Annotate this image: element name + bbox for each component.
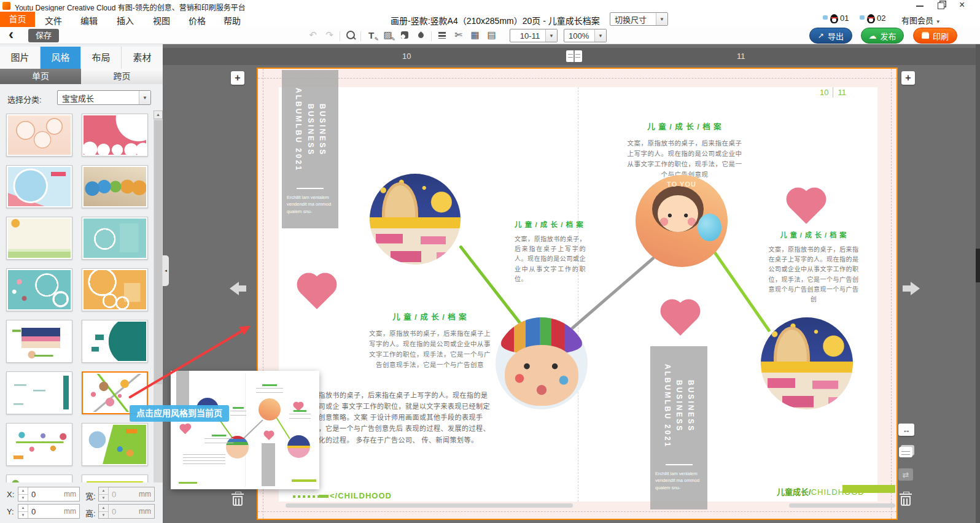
template-thumbnail-2[interactable] <box>82 114 148 157</box>
tab-style[interactable]: 风格 <box>41 47 81 69</box>
menu-item-edit[interactable]: 编辑 <box>80 14 98 26</box>
template-thumbnail-5[interactable] <box>6 217 72 260</box>
template-thumbnail-11[interactable] <box>6 371 72 414</box>
y-label: Y: <box>7 507 14 516</box>
add-page-left-button[interactable]: + <box>231 71 244 85</box>
menu-item-home[interactable]: 首页 <box>0 12 35 27</box>
text-block-right-top[interactable]: 儿 童 / 成 长 / 档 案 文案，原指放书的桌子，后来指在桌子上写字的人。现… <box>626 120 743 180</box>
back-button[interactable]: ‹ <box>9 26 14 43</box>
scroll-up-button[interactable]: ▲ <box>154 110 163 119</box>
restore-button[interactable] <box>938 2 944 9</box>
undo-icon[interactable]: ↶ <box>305 28 321 42</box>
crop-tool-icon[interactable]: ✄ <box>450 28 467 42</box>
chat-bubble-icon <box>860 15 865 20</box>
x-stepper[interactable]: ▲▼ <box>18 487 28 501</box>
business-album-banner-left[interactable]: BUSINESS BUSINESS ALBUMLBU 2021 Erchilit… <box>282 70 338 228</box>
shape-tool-icon[interactable] <box>396 28 413 42</box>
next-spread-arrow[interactable] <box>903 281 922 296</box>
previous-spread-arrow[interactable] <box>230 281 249 296</box>
height-input[interactable]: ▲▼ 0 mm <box>98 504 155 519</box>
thumbnail-scrollbar[interactable]: ▲ <box>154 110 163 523</box>
subtab-spread[interactable]: 跨页 <box>81 69 163 84</box>
preview-text-lines <box>204 435 233 446</box>
minimize-button[interactable] <box>916 6 924 7</box>
qq2-label: 02 <box>877 14 885 23</box>
tab-layout[interactable]: 布局 <box>81 47 122 69</box>
export-button[interactable]: ↗ 导出 <box>809 28 852 44</box>
zoom-search-icon[interactable] <box>342 28 359 42</box>
save-button[interactable]: 保存 <box>28 29 59 42</box>
category-label: 选择分类: <box>7 93 42 105</box>
banner-caption: Erchilit lam venialem vendendit ma ommod… <box>650 470 707 491</box>
business-album-banner-right[interactable]: BUSINESS BUSINESS ALBUMLBU 2021 Erchilit… <box>650 346 707 509</box>
template-thumbnail-7[interactable] <box>6 268 72 311</box>
template-thumbnail-6[interactable] <box>82 217 148 260</box>
template-thumbnail-4[interactable] <box>82 165 148 208</box>
banner-vertical-text: BUSINESS BUSINESS ALBUMLBU 2021 <box>661 355 697 458</box>
add-page-right-button[interactable]: + <box>901 71 915 85</box>
text-tool-icon[interactable]: T✎ <box>363 28 379 42</box>
workspace-vertical-scrollbar[interactable] <box>976 44 980 523</box>
style-panel: 图片 风格 布局 素材 单页 跨页 选择分类: 宝宝成长 ▼ ▲ X: ▲▼ 0… <box>0 44 163 523</box>
template-thumbnail-9[interactable] <box>6 320 72 363</box>
boy-face-paint-photo[interactable] <box>496 317 588 409</box>
swap-page-button[interactable]: ⇄ <box>898 468 913 481</box>
height-stepper[interactable]: ▲▼ <box>99 505 109 518</box>
resize-page-button[interactable]: ↔ <box>898 424 914 436</box>
template-thumbnail-10[interactable] <box>82 320 148 363</box>
close-button[interactable]: × <box>959 0 965 10</box>
image-tool-icon[interactable]: ▨✎ <box>379 28 396 42</box>
spread-view-icon[interactable] <box>566 50 582 62</box>
publish-button[interactable]: ☁ 发布 <box>861 28 904 44</box>
menu-item-insert[interactable]: 插入 <box>117 14 134 26</box>
template-thumbnail-13[interactable] <box>6 423 72 466</box>
copy-page-button[interactable] <box>899 447 912 457</box>
width-stepper[interactable]: ▲▼ <box>99 487 109 501</box>
scrollbar-thumb[interactable] <box>154 120 162 384</box>
member-dropdown[interactable]: 有图会员 ▼ <box>901 14 941 26</box>
horizontal-scrollbar-right[interactable] <box>789 503 895 508</box>
redo-icon[interactable]: ↷ <box>321 28 338 42</box>
menu-item-view[interactable]: 视图 <box>153 14 170 26</box>
y-stepper[interactable]: ▲▼ <box>18 505 28 518</box>
template-thumbnail-1[interactable] <box>6 114 72 157</box>
girl-illustration-photo[interactable]: TO YOU <box>636 175 728 267</box>
panel-collapse-handle[interactable]: ◂ <box>163 255 169 286</box>
tab-pictures[interactable]: 图片 <box>0 47 41 69</box>
qq-contact-2[interactable]: 02 <box>860 14 885 23</box>
menu-item-help[interactable]: 帮助 <box>224 14 241 26</box>
category-dropdown[interactable]: 宝宝成长 ▼ <box>57 90 151 105</box>
design-canvas[interactable]: BUSINESS BUSINESS ALBUMLBU 2021 Erchilit… <box>257 68 898 520</box>
qq-contact-1[interactable]: 01 <box>823 14 849 23</box>
text-block-right-side[interactable]: 儿 童 / 成 长 / 档 案 文案，原指放书的桌子，后来指在桌子上写字的人。现… <box>766 230 861 304</box>
text-block-left-bottom[interactable]: 原指放书的桌子，后来指在桌子上写字的人。现在指的是公司或企 事文字工作的职位，就… <box>311 390 493 446</box>
ink-pen-tool-icon[interactable] <box>413 28 429 42</box>
template-thumbnail-3[interactable] <box>6 165 72 208</box>
grid-view-icon[interactable]: ▦ <box>467 28 483 42</box>
classroom-photo-right[interactable] <box>761 317 853 409</box>
align-tool-icon[interactable] <box>434 28 450 42</box>
scrollbar-thumb[interactable] <box>976 249 980 282</box>
text-block-left-2[interactable]: 儿 童 / 成 长 / 档 案 文案，原指放书的桌子，后来指在桌子上写字的人。现… <box>367 311 492 370</box>
menu-item-price[interactable]: 价格 <box>189 14 206 26</box>
zoom-level-dropdown[interactable]: 100% ▼ <box>564 29 607 42</box>
style-preview-popup <box>171 371 319 489</box>
delete-page-right-button[interactable] <box>899 492 912 506</box>
footer-left-bar <box>319 495 329 498</box>
page-select-dropdown[interactable]: 10-11 ▼ <box>510 29 558 42</box>
print-button[interactable]: 印刷 <box>913 28 957 44</box>
size-switch-dropdown[interactable]: 切换尺寸 ▼ <box>610 12 668 26</box>
y-input[interactable]: ▲▼ 0 mm <box>18 504 80 519</box>
menu-item-file[interactable]: 文件 <box>45 14 62 26</box>
classroom-photo-left[interactable] <box>370 174 461 265</box>
width-input[interactable]: ▲▼ 0 mm <box>98 487 155 502</box>
horizontal-scrollbar-left[interactable] <box>286 503 573 508</box>
template-thumbnail-8[interactable] <box>82 268 148 311</box>
delete-page-left-button[interactable] <box>231 492 244 506</box>
text-block-left-1[interactable]: 儿 童 / 成 长 / 档 案 文案，原指放书的桌子，后来指在桌子上写字的人。现… <box>515 219 586 284</box>
x-input[interactable]: ▲▼ 0 mm <box>18 487 80 502</box>
tab-materials[interactable]: 素材 <box>122 47 163 69</box>
subtab-single-page[interactable]: 单页 <box>0 69 81 84</box>
page-view-icon[interactable]: ▤ <box>483 28 500 42</box>
template-thumbnail-14[interactable] <box>82 423 148 466</box>
